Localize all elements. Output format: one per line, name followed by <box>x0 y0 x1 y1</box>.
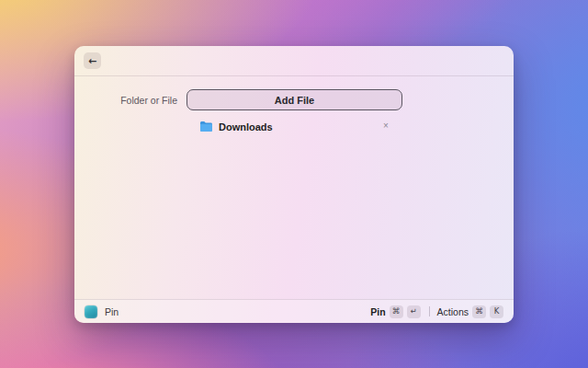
folder-icon <box>200 121 212 132</box>
footer-actions: Pin ⌘ ↵ Actions ⌘ K <box>370 305 503 318</box>
window-header: ← <box>74 46 514 76</box>
footer-app-info: Pin <box>85 305 119 318</box>
folder-or-file-row: Folder or File Add File <box>74 89 514 110</box>
k-key-badge: K <box>490 305 503 318</box>
field-label: Folder or File <box>74 95 177 106</box>
add-file-button[interactable]: Add File <box>187 89 402 110</box>
file-list-item: Downloads × <box>74 119 514 134</box>
file-name: Downloads <box>219 121 273 132</box>
back-arrow-icon: ← <box>88 56 96 66</box>
app-name-label: Pin <box>105 306 119 317</box>
primary-action-pin[interactable]: Pin <box>370 306 385 317</box>
desktop-background: ← Folder or File Add File Downloads × <box>0 0 588 368</box>
raycast-window: ← Folder or File Add File Downloads × <box>74 46 514 323</box>
return-key-badge: ↵ <box>407 305 421 318</box>
footer-divider <box>429 306 430 316</box>
cmd-key-badge: ⌘ <box>390 305 403 318</box>
form-content: Folder or File Add File Downloads × <box>74 76 514 134</box>
actions-menu-button[interactable]: Actions <box>437 306 469 317</box>
remove-file-button[interactable]: × <box>379 120 392 132</box>
action-bar: Pin Pin ⌘ ↵ Actions ⌘ K <box>74 299 514 323</box>
pin-app-icon <box>85 305 97 318</box>
back-button[interactable]: ← <box>84 52 101 69</box>
cmd-key-badge: ⌘ <box>472 305 486 318</box>
